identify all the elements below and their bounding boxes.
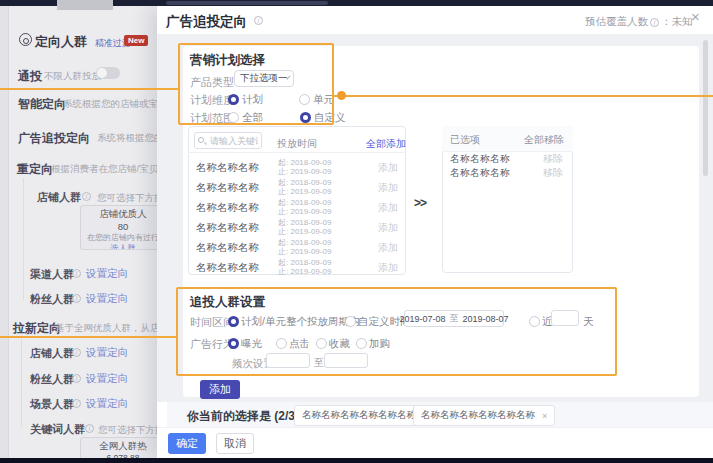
sidebar-item-channel-audience[interactable]: 渠道人群 xyxy=(30,267,74,282)
selected-row-remove-link[interactable]: 移除 xyxy=(543,166,563,180)
cancel-button[interactable]: 取消 xyxy=(216,433,254,454)
sidebar-item-keyword-audience[interactable]: 关键词人群 xyxy=(30,422,85,437)
dropdown-value: 下拉选项一 xyxy=(240,72,288,85)
add-all-link[interactable]: 全部添加 xyxy=(366,137,406,151)
radio-add-cart-label[interactable]: 加购 xyxy=(369,337,390,351)
radio-whole-period-label[interactable]: 计划/单元整个投放周期内 xyxy=(241,315,359,329)
sidebar-item-tongtou: 通投 xyxy=(18,68,42,85)
estimate-value: ：未知 xyxy=(661,15,693,29)
radio-plan-label[interactable]: 计划 xyxy=(242,93,263,107)
search-input[interactable] xyxy=(194,132,262,149)
card-desc: 在您的店铺内有过行 xyxy=(81,232,165,243)
frequency-max-input[interactable] xyxy=(324,353,368,368)
screen: 定向人群 精准过滤 New 通投 不限人群投放 智能定向 系统根据您的店铺或宝贝… xyxy=(0,0,713,463)
info-icon: i xyxy=(72,374,81,383)
plan-row-dates: 起: 2018-09-09止: 2019-09-09 xyxy=(278,218,331,236)
recent-unit-label: 天 xyxy=(583,315,594,329)
column-header-time: 投放时间 xyxy=(277,137,317,151)
tree-connector xyxy=(23,178,24,300)
add-button[interactable]: 添加 xyxy=(200,380,240,399)
set-targeting-link[interactable]: 设置定向 xyxy=(86,292,128,306)
sidebar-item-fans-audience-2[interactable]: 粉丝人群 xyxy=(30,372,74,387)
set-targeting-link[interactable]: 设置定向 xyxy=(86,267,128,281)
radio-recent-days[interactable] xyxy=(529,316,540,327)
sidebar-item-scene-audience[interactable]: 场景人群 xyxy=(30,397,74,412)
remove-all-link[interactable]: 全部移除 xyxy=(524,133,564,147)
selected-row-name: 名称名称名称 xyxy=(450,152,510,166)
frequency-min-input[interactable] xyxy=(266,353,310,368)
annotation-line-left-top xyxy=(0,88,178,90)
tongtou-desc: 不限人群投放 xyxy=(44,70,101,83)
info-icon: i xyxy=(72,269,81,278)
shop-audience-card[interactable]: 店铺优质人 80 在您的店铺内有过行 选人群 xyxy=(80,205,166,250)
plan-row-add-link[interactable]: 添加 xyxy=(378,161,398,175)
scrollbar[interactable] xyxy=(703,40,708,176)
card-title: 全网人群热 xyxy=(81,440,165,453)
plan-row-dates: 起: 2018-09-09止: 2019-09-09 xyxy=(278,158,331,176)
sidebar-item-smart-targeting[interactable]: 智能定向 xyxy=(18,96,66,113)
radio-click-label[interactable]: 点击 xyxy=(289,337,310,351)
plan-row-add-link[interactable]: 添加 xyxy=(378,261,398,275)
date-start: 2019-07-08 xyxy=(399,314,445,324)
radio-all[interactable] xyxy=(228,112,239,123)
radio-add-cart[interactable] xyxy=(356,338,367,349)
radio-favorite[interactable] xyxy=(316,338,327,349)
info-icon: i xyxy=(72,348,81,357)
plan-section-title: 营销计划选择 xyxy=(190,52,265,69)
radio-custom-range[interactable] xyxy=(345,316,356,327)
radio-click[interactable] xyxy=(276,338,287,349)
sidebar-item-ad-retarget[interactable]: 广告追投定向 xyxy=(18,130,90,147)
set-targeting-link[interactable]: 设置定向 xyxy=(86,372,128,386)
sidebar-group-new-customer[interactable]: 拉新定向 xyxy=(13,320,61,337)
plan-row-name: 名称名称名称 xyxy=(196,181,259,195)
set-targeting-link[interactable]: 设置定向 xyxy=(86,346,128,360)
confirm-button[interactable]: 确定 xyxy=(168,433,206,454)
tree-connector xyxy=(21,336,22,427)
plan-row-name: 名称名称名称 xyxy=(196,161,259,175)
info-icon: i xyxy=(72,399,81,408)
plan-row-dates: 起: 2018-09-09止: 2019-09-09 xyxy=(278,258,331,276)
recent-days-input[interactable] xyxy=(551,310,579,326)
card-link[interactable]: 选人群 xyxy=(81,243,165,250)
audience-icon xyxy=(19,33,32,46)
radio-impression-label[interactable]: 曝光 xyxy=(241,337,262,351)
selected-row-remove-link[interactable]: 移除 xyxy=(543,152,563,166)
info-icon[interactable]: i xyxy=(254,16,263,25)
radio-unit[interactable] xyxy=(299,94,310,105)
plan-row-add-link[interactable]: 添加 xyxy=(378,201,398,215)
page-left-edge xyxy=(0,6,9,458)
tongtou-toggle[interactable] xyxy=(96,67,120,79)
tag-close-icon[interactable]: × xyxy=(542,411,547,421)
plan-row-add-link[interactable]: 添加 xyxy=(378,221,398,235)
radio-custom-label[interactable]: 自定义 xyxy=(314,111,346,125)
radio-impression[interactable] xyxy=(228,338,239,349)
product-type-label: 产品类型 xyxy=(190,75,234,90)
radio-unit-label[interactable]: 单元 xyxy=(313,93,334,107)
radio-custom[interactable] xyxy=(300,112,311,123)
info-icon[interactable]: i xyxy=(650,18,659,27)
info-icon: i xyxy=(82,192,91,201)
plan-row-name: 名称名称名称 xyxy=(196,241,259,255)
radio-whole-period[interactable] xyxy=(228,316,239,327)
sidebar-group-retarget[interactable]: 重定向 xyxy=(17,161,53,178)
info-icon: i xyxy=(72,294,81,303)
date-range-input[interactable]: 2019-07-08 至 2019-08-07 xyxy=(404,310,504,327)
plan-row-add-link[interactable]: 添加 xyxy=(378,181,398,195)
radio-favorite-label[interactable]: 收藏 xyxy=(329,337,350,351)
radio-all-label[interactable]: 全部 xyxy=(242,111,263,125)
plan-row-name: 名称名称名称 xyxy=(196,221,259,235)
radio-plan[interactable] xyxy=(228,94,239,105)
set-targeting-link[interactable]: 设置定向 xyxy=(86,397,128,411)
retarget-section-title: 追投人群设置 xyxy=(190,294,265,311)
sidebar-item-fans-audience[interactable]: 粉丝人群 xyxy=(30,292,74,307)
tag-text: 名称名称名称名称名称名称 xyxy=(302,409,416,422)
sidebar-item-shop-audience-2[interactable]: 店铺人群 xyxy=(30,346,74,361)
plan-row-add-link[interactable]: 添加 xyxy=(378,241,398,255)
product-type-dropdown[interactable]: 下拉选项一 xyxy=(234,70,294,87)
toggle-knob xyxy=(97,68,107,78)
sidebar-item-shop-audience[interactable]: 店铺人群 xyxy=(37,190,81,205)
close-icon[interactable]: × xyxy=(691,9,700,25)
frequency-to-label: 至 xyxy=(314,356,324,370)
selection-tag: 名称名称名称名称名称名称 × xyxy=(413,405,555,426)
modal-title: 广告追投定向 xyxy=(166,13,247,31)
